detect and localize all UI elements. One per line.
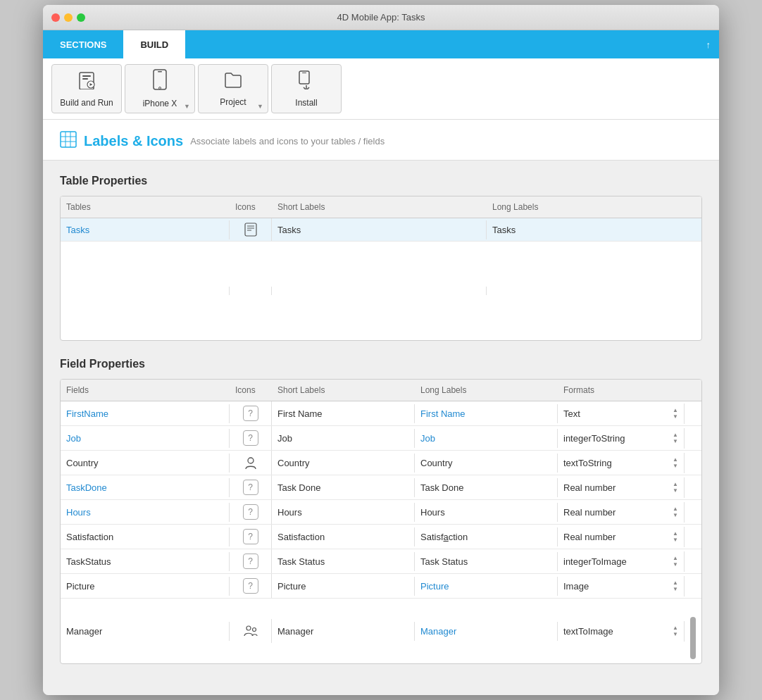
field-row-country[interactable]: Country Country Country textToString: [61, 451, 701, 475]
field-long[interactable]: Satisfaction: [415, 527, 558, 546]
field-format[interactable]: integerToImage ▲ ▼: [558, 551, 685, 572]
field-row-hours[interactable]: Hours ? Hours Hours Real number ▲ ▼: [61, 500, 701, 525]
field-format[interactable]: integerToString ▲ ▼: [558, 428, 685, 449]
iphone-dropdown-icon: ▼: [184, 103, 190, 110]
field-format[interactable]: Real number ▲ ▼: [558, 502, 685, 523]
build-run-label: Build and Run: [60, 98, 113, 108]
field-icon[interactable]: ?: [230, 525, 272, 549]
tab-sections[interactable]: SECTIONS: [43, 30, 123, 58]
field-name: Hours: [61, 503, 230, 522]
project-dropdown-icon: ▼: [257, 103, 263, 110]
format-stepper[interactable]: ▲ ▼: [673, 432, 678, 444]
field-short[interactable]: Job: [272, 429, 415, 448]
project-button[interactable]: Project ▼: [198, 64, 268, 113]
field-long[interactable]: Manager: [415, 622, 558, 641]
svg-point-7: [159, 87, 161, 89]
field-format[interactable]: Text ▲ ▼: [558, 404, 685, 424]
format-stepper[interactable]: ▲ ▼: [673, 457, 678, 469]
field-short[interactable]: Satisfaction: [272, 527, 415, 546]
field-icon[interactable]: ?: [230, 574, 272, 598]
iphone-button[interactable]: iPhone X ▼: [125, 64, 195, 113]
table-row[interactable]: Tasks Tasks Tasks: [61, 218, 701, 242]
format-stepper[interactable]: ▲ ▼: [673, 556, 678, 568]
upload-button[interactable]: ↑: [698, 30, 720, 58]
field-row-satisfaction[interactable]: Satisfaction ? Satisfaction Satisfaction…: [61, 525, 701, 549]
title-bar: 4D Mobile App: Tasks: [43, 5, 719, 30]
field-short[interactable]: First Name: [272, 404, 415, 423]
field-format[interactable]: Real number ▲ ▼: [558, 527, 685, 547]
field-long[interactable]: Task Done: [415, 478, 558, 497]
field-icon[interactable]: ?: [230, 426, 272, 450]
field-name: Country: [61, 454, 230, 473]
field-long[interactable]: Picture: [415, 577, 558, 596]
field-short[interactable]: Task Status: [272, 552, 415, 571]
field-row-taskdone[interactable]: TaskDone ? Task Done Task Done Real numb…: [61, 475, 701, 500]
field-short[interactable]: Country: [272, 454, 415, 473]
field-format[interactable]: textToString ▲ ▼: [558, 453, 685, 473]
app-window: 4D Mobile App: Tasks SECTIONS BUILD ↑ Bu…: [43, 5, 719, 695]
maximize-button[interactable]: [77, 13, 85, 22]
field-name: Picture: [61, 577, 230, 596]
format-stepper[interactable]: ▲ ▼: [673, 580, 678, 592]
field-properties-container: Fields Icons Short Labels Long Labels Fo…: [60, 379, 702, 664]
svg-rect-12: [61, 132, 76, 147]
table-properties-title: Table Properties: [60, 175, 702, 187]
field-row-job[interactable]: Job ? Job Job integerToString ▲ ▼: [61, 426, 701, 451]
field-row-picture[interactable]: Picture ? Picture Picture Image ▲ ▼: [61, 574, 701, 599]
build-run-button[interactable]: Build and Run: [51, 64, 122, 113]
svg-rect-2: [82, 78, 88, 80]
field-header: Fields Icons Short Labels Long Labels Fo…: [61, 380, 701, 401]
field-row-firstname[interactable]: FirstName ? First Name First Name Text ▲…: [61, 401, 701, 426]
field-row-manager[interactable]: Manager Manager Manager t: [61, 599, 701, 663]
labels-icons-icon: [60, 131, 77, 151]
table-properties-section: Table Properties Tables Icons Short Labe…: [60, 175, 702, 341]
field-short[interactable]: Manager: [272, 622, 415, 641]
field-format[interactable]: Real number ▲ ▼: [558, 477, 685, 498]
main-content: Table Properties Tables Icons Short Labe…: [43, 161, 719, 695]
svg-point-21: [248, 458, 254, 463]
field-long[interactable]: Hours: [415, 503, 558, 522]
table-icon[interactable]: [230, 218, 272, 241]
field-icon[interactable]: ?: [230, 549, 272, 573]
minimize-button[interactable]: [64, 13, 73, 22]
table-short-label[interactable]: Tasks: [272, 220, 487, 239]
field-short[interactable]: Hours: [272, 503, 415, 522]
field-long[interactable]: First Name: [415, 404, 558, 423]
svg-point-23: [252, 628, 256, 632]
field-format[interactable]: Image ▲ ▼: [558, 576, 685, 596]
field-format[interactable]: textToImage ▲ ▼: [558, 621, 685, 642]
format-stepper[interactable]: ▲ ▼: [673, 531, 678, 543]
iphone-label: iPhone X: [143, 99, 177, 108]
install-button[interactable]: Install: [271, 64, 342, 113]
field-row-taskstatus[interactable]: TaskStatus ? Task Status Task Status int…: [61, 549, 701, 574]
install-icon: [297, 70, 316, 94]
field-short[interactable]: Picture: [272, 577, 415, 596]
table-long-label[interactable]: Tasks: [487, 220, 701, 239]
scrollbar-thumb[interactable]: [690, 617, 696, 659]
field-icon[interactable]: ?: [230, 500, 272, 524]
field-icon[interactable]: ?: [230, 401, 272, 425]
tab-build[interactable]: BUILD: [123, 30, 185, 58]
svg-rect-17: [245, 223, 256, 236]
svg-rect-5: [154, 70, 166, 89]
field-long[interactable]: Task Status: [415, 552, 558, 571]
field-icon[interactable]: ?: [230, 475, 272, 499]
field-name: TaskDone: [61, 478, 230, 497]
field-properties-title: Field Properties: [60, 358, 702, 370]
col-tables: Tables: [61, 199, 230, 215]
format-stepper[interactable]: ▲ ▼: [673, 482, 678, 494]
section-title: Labels & Icons: [84, 133, 183, 149]
table-properties-container: Tables Icons Short Labels Long Labels Ta…: [60, 196, 702, 341]
svg-point-22: [246, 626, 251, 630]
field-long[interactable]: Country: [415, 454, 558, 473]
format-stepper[interactable]: ▲ ▼: [673, 625, 678, 637]
format-stepper[interactable]: ▲ ▼: [673, 408, 678, 420]
field-short[interactable]: Task Done: [272, 478, 415, 497]
field-long[interactable]: Job: [415, 429, 558, 448]
field-icon[interactable]: [230, 451, 272, 475]
close-button[interactable]: [51, 13, 60, 22]
install-label: Install: [295, 98, 317, 108]
project-icon: [223, 70, 243, 93]
format-stepper[interactable]: ▲ ▼: [673, 506, 678, 518]
field-icon[interactable]: [230, 619, 272, 643]
